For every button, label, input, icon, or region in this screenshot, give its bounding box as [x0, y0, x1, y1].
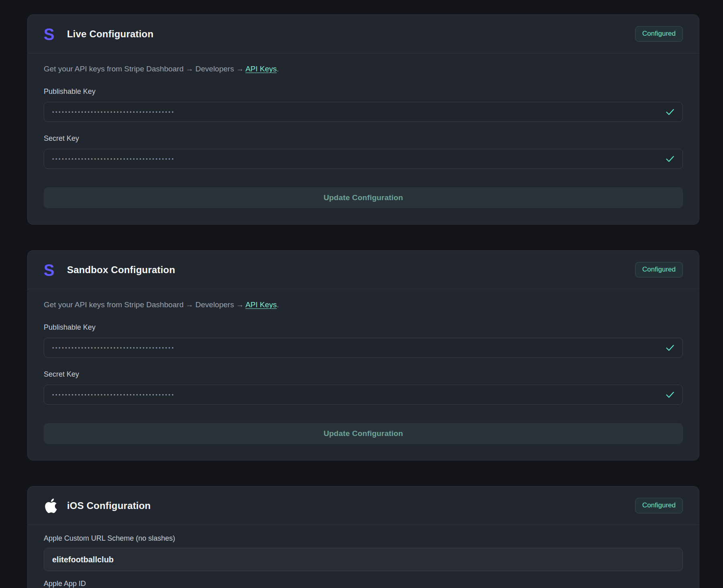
- update-configuration-button[interactable]: Update Configuration: [44, 187, 683, 208]
- status-badge: Configured: [635, 26, 683, 41]
- description-suffix: .: [277, 300, 279, 309]
- check-icon: [665, 389, 675, 400]
- stripe-icon: S: [44, 262, 55, 278]
- publishable-key-input[interactable]: ••••••••••••••••••••••••••••••••••••••: [44, 102, 683, 122]
- publishable-key-label: Publishable Key: [44, 323, 683, 332]
- update-configuration-button[interactable]: Update Configuration: [44, 423, 683, 444]
- check-icon: [665, 343, 675, 353]
- masked-key-value: ••••••••••••••••••••••••••••••••••••••: [52, 109, 175, 115]
- apple-url-scheme-label: Apple Custom URL Scheme (no slashes): [44, 534, 683, 543]
- sandbox-card-header: S Sandbox Configuration Configured: [28, 251, 699, 289]
- publishable-key-input[interactable]: ••••••••••••••••••••••••••••••••••••••: [44, 338, 683, 358]
- description-suffix: .: [277, 65, 279, 73]
- secret-key-label: Secret Key: [44, 134, 683, 143]
- card-title: Sandbox Configuration: [67, 264, 175, 276]
- status-badge: Configured: [635, 498, 683, 513]
- live-card-header: S Live Configuration Configured: [28, 15, 699, 53]
- ios-configuration-card: iOS Configuration Configured Apple Custo…: [27, 486, 699, 588]
- api-keys-instructions: Get your API keys from Stripe Dashboard …: [44, 64, 683, 74]
- check-icon: [665, 154, 675, 164]
- apple-icon: [44, 499, 58, 513]
- publishable-key-label: Publishable Key: [44, 87, 683, 96]
- apple-url-scheme-input-wrap: [44, 548, 683, 571]
- secret-key-input[interactable]: ••••••••••••••••••••••••••••••••••••••: [44, 149, 683, 169]
- api-keys-link[interactable]: API Keys: [246, 300, 277, 309]
- secret-key-label: Secret Key: [44, 370, 683, 379]
- secret-key-input[interactable]: ••••••••••••••••••••••••••••••••••••••: [44, 385, 683, 405]
- masked-key-value: ••••••••••••••••••••••••••••••••••••••: [52, 392, 175, 398]
- apple-app-id-label: Apple App ID: [44, 579, 683, 588]
- masked-key-value: ••••••••••••••••••••••••••••••••••••••: [52, 156, 175, 162]
- api-keys-instructions: Get your API keys from Stripe Dashboard …: [44, 300, 683, 310]
- description-prefix: Get your API keys from Stripe Dashboard …: [44, 65, 246, 73]
- card-title: Live Configuration: [67, 28, 154, 40]
- status-badge: Configured: [635, 262, 683, 277]
- stripe-icon: S: [44, 26, 55, 43]
- sandbox-configuration-card: S Sandbox Configuration Configured Get y…: [27, 250, 699, 460]
- masked-key-value: ••••••••••••••••••••••••••••••••••••••: [52, 345, 175, 351]
- apple-url-scheme-input[interactable]: [52, 555, 674, 564]
- settings-page: S Live Configuration Configured Get your…: [0, 0, 723, 588]
- live-configuration-card: S Live Configuration Configured Get your…: [27, 14, 699, 225]
- ios-card-header: iOS Configuration Configured: [28, 487, 699, 525]
- check-icon: [665, 107, 675, 117]
- description-prefix: Get your API keys from Stripe Dashboard …: [44, 300, 246, 309]
- api-keys-link[interactable]: API Keys: [246, 65, 277, 73]
- card-title: iOS Configuration: [67, 500, 151, 511]
